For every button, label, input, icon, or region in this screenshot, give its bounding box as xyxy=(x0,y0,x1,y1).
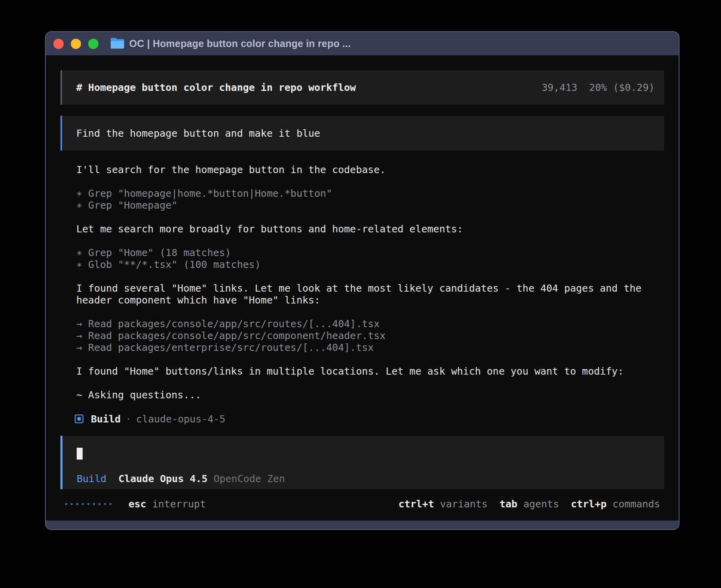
user-message-text: Find the homepage button and make it blu… xyxy=(76,128,320,139)
session-cost: ($0.29) xyxy=(613,82,655,93)
spinner-dots-icon xyxy=(65,503,115,505)
assistant-text-group: Let me search more broadly for buttons a… xyxy=(76,223,664,235)
hint-label: interrupt xyxy=(152,498,206,510)
build-badge-icon xyxy=(75,415,83,423)
tool-call-group: ∗ Grep "homepage|home.*button|Home.*butt… xyxy=(76,188,664,211)
tool-call-line: ∗ Grep "Homepage" xyxy=(76,200,664,211)
hint-key: esc xyxy=(128,498,146,510)
spinner-dot xyxy=(82,503,84,505)
keybinding-hint: ctrl+t variants xyxy=(398,498,488,510)
session-stats: 39,413 20% ($0.29) xyxy=(542,82,655,93)
assistant-text-group: ~ Asking questions... xyxy=(76,389,664,401)
window-bottom-edge xyxy=(46,520,679,529)
input-provider-label: OpenCode Zen xyxy=(213,473,285,485)
user-message: Find the homepage button and make it blu… xyxy=(60,116,664,151)
hint-label: agents xyxy=(523,498,559,510)
agent-model: claude-opus-4-5 xyxy=(136,413,225,425)
close-button[interactable] xyxy=(53,39,64,49)
input-agent-label: Build xyxy=(77,473,106,485)
spinner-dot xyxy=(87,503,89,505)
context-percent: 20% xyxy=(589,82,607,93)
assistant-text-line: I'll search for the homepage button in t… xyxy=(76,164,664,176)
tool-call-group: → Read packages/console/app/src/routes/[… xyxy=(76,318,664,354)
tool-call-line: ∗ Grep "homepage|home.*button|Home.*butt… xyxy=(76,188,664,200)
zoom-button[interactable] xyxy=(88,39,98,49)
assistant-text-line: header component which have "Home" links… xyxy=(76,294,664,306)
assistant-transcript: I'll search for the homepage button in t… xyxy=(60,164,664,401)
assistant-text-group: I found several "Home" links. Let me loo… xyxy=(76,283,664,306)
tool-call-line: → Read packages/enterprise/src/routes/[.… xyxy=(76,342,664,354)
session-header: # Homepage button color change in repo w… xyxy=(60,70,664,105)
spinner-dot xyxy=(93,503,95,505)
window-title: OC | Homepage button color change in rep… xyxy=(129,38,351,49)
prompt-input[interactable]: Build Claude Opus 4.5 OpenCode Zen xyxy=(60,436,664,489)
terminal-window: OC | Homepage button color change in rep… xyxy=(45,31,679,530)
keybinding-hint: ctrl+p commands xyxy=(571,498,660,510)
agent-status-row: Build · claude-opus-4-5 xyxy=(60,413,664,425)
folder-icon xyxy=(111,38,124,49)
assistant-text-line: I found several "Home" links. Let me loo… xyxy=(76,283,664,294)
tool-call-line: → Read packages/console/app/src/componen… xyxy=(76,330,664,342)
keybinding-hint: tab agents xyxy=(500,498,559,510)
hint-key: ctrl+t xyxy=(398,498,434,510)
tool-call-line: ∗ Grep "Home" (18 matches) xyxy=(76,247,664,259)
minimize-button[interactable] xyxy=(71,39,81,49)
hint-key: ctrl+p xyxy=(571,498,606,510)
status-bar: esc interrupt ctrl+t variantstab agentsc… xyxy=(60,495,664,513)
spinner-dot xyxy=(98,503,100,505)
title-bar[interactable]: OC | Homepage button color change in rep… xyxy=(46,32,679,55)
status-bar-left: esc interrupt xyxy=(65,498,206,510)
spinner-dot xyxy=(76,503,78,505)
left-hints: esc interrupt xyxy=(128,498,206,510)
hint-label: commands xyxy=(613,498,660,510)
spinner-dot xyxy=(104,503,106,505)
assistant-text-group: I'll search for the homepage button in t… xyxy=(76,164,664,176)
hint-key: tab xyxy=(500,498,517,510)
session-title: # Homepage button color change in repo w… xyxy=(76,82,356,93)
keybinding-hint: esc interrupt xyxy=(128,498,206,510)
hint-label: variants xyxy=(440,498,487,510)
assistant-text-line: Let me search more broadly for buttons a… xyxy=(76,223,664,235)
text-cursor xyxy=(77,448,83,460)
tool-call-line: → Read packages/console/app/src/routes/[… xyxy=(76,318,664,330)
tool-call-line: ∗ Glob "**/*.tsx" (100 matches) xyxy=(76,259,664,271)
spinner-dot xyxy=(109,503,111,505)
tool-call-group: ∗ Grep "Home" (18 matches)∗ Glob "**/*.t… xyxy=(76,247,664,271)
model-status-line: Build Claude Opus 4.5 OpenCode Zen xyxy=(77,473,664,485)
agent-name: Build xyxy=(91,413,121,425)
agent-separator: · xyxy=(125,413,131,425)
assistant-text-line: I found "Home" buttons/links in multiple… xyxy=(76,366,664,377)
terminal-content: # Homepage button color change in repo w… xyxy=(46,55,679,520)
token-count: 39,413 xyxy=(542,82,577,93)
spinner-dot xyxy=(65,503,67,505)
right-hints: ctrl+t variantstab agentsctrl+p commands xyxy=(387,498,660,510)
assistant-text-line: ~ Asking questions... xyxy=(76,389,664,401)
spinner-dot xyxy=(71,503,73,505)
assistant-text-group: I found "Home" buttons/links in multiple… xyxy=(76,366,664,377)
input-model-label: Claude Opus 4.5 xyxy=(118,473,208,485)
